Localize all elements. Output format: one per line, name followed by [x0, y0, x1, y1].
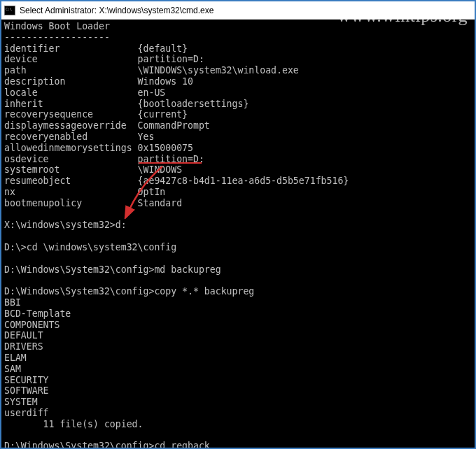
cmd-window: Select Administrator: X:\windows\system3…: [0, 0, 476, 449]
file-line: SECURITY: [4, 375, 49, 385]
boot-header: Windows Boot Loader: [4, 21, 110, 31]
entry-row: device partition=D:: [4, 54, 204, 64]
titlebar[interactable]: Select Administrator: X:\windows\system3…: [1, 1, 475, 20]
highlight-underline: [139, 162, 202, 164]
entry-row: locale en-US: [4, 87, 165, 98]
entry-row: identifier {default}: [4, 43, 188, 54]
prompt: X:\windows\system32>d:: [4, 220, 127, 230]
entry-row: recoveryenabled Yes: [4, 131, 154, 142]
entry-row: displaymessageoverride CommandPrompt: [4, 120, 210, 131]
titlebar-text: Select Administrator: X:\windows\system3…: [20, 6, 214, 15]
boot-divider: -------------------: [4, 32, 110, 43]
entry-row: inherit {bootloadersettings}: [4, 99, 248, 109]
prompt: D:\>cd \windows\system32\config: [4, 242, 176, 252]
entry-row: recoverysequence {current}: [4, 109, 188, 120]
file-line: DEFAULT: [4, 330, 43, 341]
file-line: SYSTEM: [4, 397, 38, 407]
entry-row: path \WINDOWS\system32\winload.exe: [4, 65, 299, 76]
entry-row: systemroot \WINDOWS: [4, 164, 182, 175]
entry-row: resumeobject {ae9427c8-b4d1-11ea-a6d5-d5…: [4, 176, 349, 186]
terminal-body[interactable]: Windows Boot Loader ------------------- …: [1, 20, 475, 448]
file-line: COMPONENTS: [4, 320, 59, 330]
file-line: SAM: [4, 364, 21, 374]
prompt: D:\Windows\System32\config>copy *.* back…: [4, 286, 254, 297]
cmd-icon: [4, 6, 15, 15]
file-line: SOFTWARE: [4, 385, 49, 396]
entry-row: nx OptIn: [4, 187, 165, 197]
entry-row: bootmenupolicy Standard: [4, 198, 182, 208]
entry-row: description Windows 10: [4, 76, 193, 87]
file-line: BCD-Template: [4, 308, 71, 319]
file-line: ELAM: [4, 352, 27, 363]
entry-row: allowedinmemorysettings 0x15000075: [4, 143, 193, 153]
prompt: D:\Windows\System32\config>md backupreg: [4, 264, 221, 275]
copied-line: 11 file(s) copied.: [4, 419, 144, 429]
file-line: DRIVERS: [4, 341, 43, 352]
file-line: BBI: [4, 297, 21, 308]
file-line: userdiff: [4, 408, 49, 418]
prompt: D:\Windows\System32\config>cd regback: [4, 441, 210, 448]
